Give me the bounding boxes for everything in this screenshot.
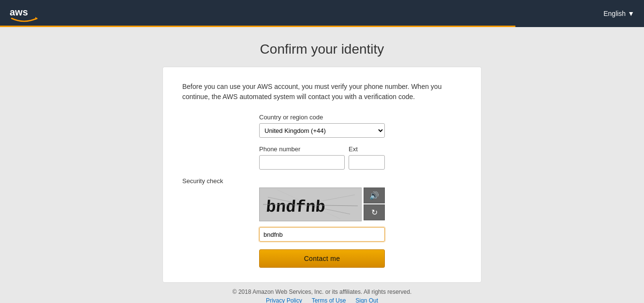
captcha-refresh-button[interactable]: ↻ xyxy=(364,204,385,220)
ext-label: Ext xyxy=(349,145,385,153)
header: aws English ▼ xyxy=(0,0,644,27)
phone-input[interactable] xyxy=(259,155,345,170)
language-dropdown-icon: ▼ xyxy=(628,10,634,17)
captcha-buttons: 🔊 ↻ xyxy=(364,188,385,221)
contact-me-button[interactable]: Contact me xyxy=(259,249,385,268)
page-title: Confirm your identity xyxy=(260,42,384,57)
footer: © 2018 Amazon Web Services, Inc. or its … xyxy=(227,283,418,303)
footer-copyright: © 2018 Amazon Web Services, Inc. or its … xyxy=(233,289,412,295)
phone-group: Phone number xyxy=(259,145,345,170)
captcha-input-group xyxy=(259,227,385,242)
form-section: Country or region code United Kingdom (+… xyxy=(182,114,462,268)
ext-input[interactable] xyxy=(349,155,385,170)
language-label: English xyxy=(603,10,626,17)
svg-text:bndfnb: bndfnb xyxy=(265,198,326,216)
phone-label: Phone number xyxy=(259,145,345,153)
footer-terms-link[interactable]: Terms of Use xyxy=(312,297,346,303)
footer-signout-link[interactable]: Sign Out xyxy=(355,297,378,303)
svg-text:aws: aws xyxy=(10,7,28,17)
card-description: Before you can use your AWS account, you… xyxy=(182,82,462,102)
footer-privacy-link[interactable]: Privacy Policy xyxy=(266,297,302,303)
main-content: Confirm your identity Before you can use… xyxy=(0,27,644,303)
captcha-input[interactable] xyxy=(259,227,385,242)
aws-logo: aws xyxy=(10,5,39,22)
header-orange-bar xyxy=(0,26,644,27)
footer-links: Privacy Policy Terms of Use Sign Out xyxy=(233,297,412,303)
audio-icon: 🔊 xyxy=(369,191,379,200)
ext-group: Ext xyxy=(349,145,385,170)
captcha-container: bndfnb 🔊 ↻ xyxy=(259,188,385,221)
captcha-audio-button[interactable]: 🔊 xyxy=(364,188,385,203)
phone-row: Phone number Ext xyxy=(259,145,385,170)
identity-card: Before you can use your AWS account, you… xyxy=(162,67,482,283)
language-selector[interactable]: English ▼ xyxy=(603,10,634,17)
security-check-label-wrapper: Security check xyxy=(182,177,308,185)
refresh-icon: ↻ xyxy=(371,208,378,217)
security-check-label-text: Security check xyxy=(182,177,223,185)
country-group: Country or region code United Kingdom (+… xyxy=(259,114,385,138)
captcha-image: bndfnb xyxy=(259,188,362,221)
captcha-svg: bndfnb xyxy=(260,188,361,221)
aws-logo-svg: aws xyxy=(10,5,39,22)
country-label: Country or region code xyxy=(259,114,385,121)
country-select[interactable]: United Kingdom (+44) United States (+1) … xyxy=(259,123,385,138)
